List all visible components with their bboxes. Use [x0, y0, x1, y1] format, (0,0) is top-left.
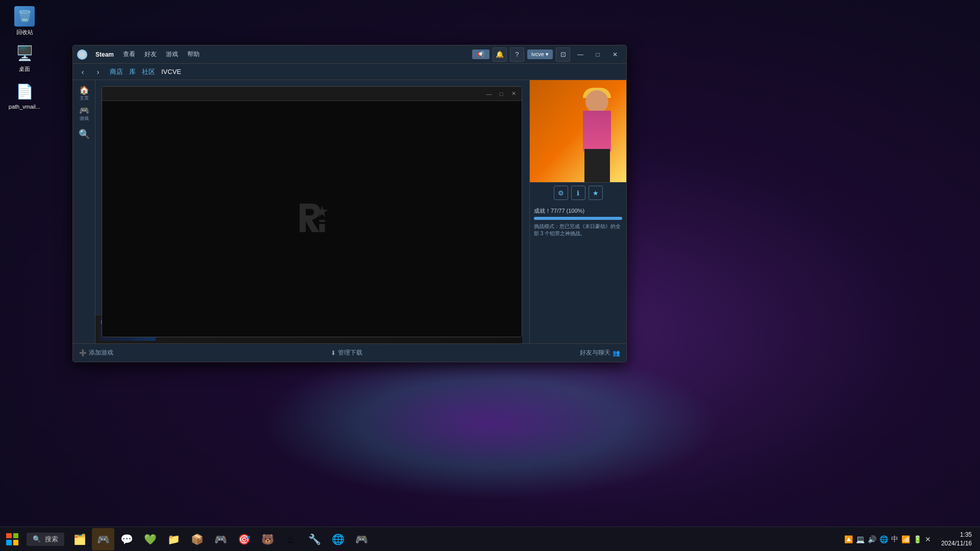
tray-sound[interactable]: 🔊	[868, 535, 876, 543]
taskbar-app-10[interactable]: 🎮	[350, 528, 373, 550]
steam-brand: Steam	[91, 49, 118, 60]
overlay-titlebar: — □ ✕	[102, 87, 522, 101]
char-legs	[584, 149, 610, 182]
friends-chat-button[interactable]: 好友与聊天 👥	[580, 348, 620, 357]
clock-time: 1:35	[941, 531, 972, 539]
steam-content: 🏠 主页 🎮 游戏 🔍	[73, 80, 626, 343]
taskbar-app-9[interactable]: 🌐	[327, 528, 349, 550]
add-game-button[interactable]: ➕ 添加游戏	[79, 348, 113, 357]
tray-chevron[interactable]: 🔼	[844, 535, 853, 543]
start-button[interactable]	[0, 527, 24, 552]
add-game-label: 添加游戏	[89, 348, 113, 357]
steam-view-button[interactable]: ⊡	[556, 47, 570, 62]
achievement-desc: 挑战模式：您已完成《末日豪劫》的全部 3 个犯罪之神挑战。	[534, 223, 622, 237]
sidebar-item-search[interactable]: 🔍	[75, 125, 93, 143]
overlay-maximize[interactable]: □	[496, 89, 506, 99]
tray-mute[interactable]: ✕	[925, 535, 931, 543]
steam-bottom-bar: ➕ 添加游戏 ⬇ 管理下载 好友与聊天 👥	[73, 343, 626, 362]
achievement-title: 成就！77/77 (100%)	[534, 207, 622, 215]
taskbar-app-wechat[interactable]: 💚	[139, 528, 161, 550]
sidebar-item-games[interactable]: 🎮 游戏	[75, 105, 93, 123]
taskbar-app-0[interactable]: 🗂️	[68, 528, 91, 550]
overlay-close[interactable]: ✕	[508, 89, 519, 99]
recycle-bin-icon: 🗑️	[14, 6, 35, 27]
char-torso	[583, 111, 611, 152]
steam-bell-button[interactable]: 🔔	[493, 47, 507, 62]
taskbar-app-7[interactable]: 🐻	[256, 528, 279, 550]
tray-network[interactable]: 💻	[856, 535, 865, 543]
overlay-body	[102, 101, 522, 337]
game-action-icons: ⚙ ℹ ★	[530, 182, 626, 203]
steam-sidebar: 🏠 主页 🎮 游戏 🔍	[73, 80, 95, 343]
taskbar-clock[interactable]: 1:35 2024/11/16	[937, 531, 976, 548]
desktop: 🗑️ 回收站 🖥️ 桌面 📄 path_vmail... Steam 查看 好友…	[0, 0, 980, 551]
char-head	[585, 90, 608, 113]
desktop-icon-img: 🖥️	[14, 43, 35, 63]
tray-wifi[interactable]: 📶	[901, 535, 910, 543]
steam-menu-friends[interactable]: 好友	[140, 48, 161, 61]
sidebar-item-home[interactable]: 🏠 主页	[75, 84, 93, 103]
breadcrumb-library[interactable]: 库	[127, 66, 138, 78]
breadcrumb: 商店 库 社区 IVCVE	[108, 66, 183, 78]
breadcrumb-user: IVCVE	[159, 67, 183, 77]
steam-help-button[interactable]: ?	[510, 47, 524, 62]
taskbar-app-2[interactable]: 💬	[115, 528, 138, 550]
taskbar-app-steam[interactable]: ♨	[280, 528, 302, 550]
taskbar-app-4[interactable]: 📦	[186, 528, 208, 550]
breadcrumb-community[interactable]: 社区	[140, 66, 157, 78]
character-silhouette	[570, 88, 621, 182]
steam-titlebar: Steam 查看 好友 游戏 帮助 📢 🔔 ? ivcve ▾ ⊡ — □ ✕	[73, 45, 626, 64]
forward-arrow[interactable]: ›	[92, 66, 104, 78]
windows-logo-icon	[6, 533, 18, 545]
overlay-minimize[interactable]: —	[484, 89, 494, 99]
sidebar-games-label: 游戏	[79, 115, 89, 122]
desktop-glow	[260, 347, 720, 500]
recycle-bin-label: 回收站	[16, 29, 33, 36]
rockstar-logo-icon	[291, 197, 332, 240]
desktop-icon-file[interactable]: 📄 path_vmail...	[4, 79, 45, 112]
achievement-progress-bar	[534, 217, 622, 220]
info-icon[interactable]: ℹ	[571, 186, 585, 200]
file-label: path_vmail...	[9, 104, 40, 110]
steam-menu: Steam 查看 好友 游戏 帮助	[91, 48, 472, 61]
manage-downloads-button[interactable]: ⬇ 管理下载	[331, 348, 362, 357]
taskbar-app-1[interactable]: 🎮	[92, 528, 114, 550]
steam-notify-button[interactable]: 📢	[472, 49, 489, 59]
settings-icon[interactable]: ⚙	[554, 186, 568, 200]
taskbar-app-6[interactable]: 🎯	[233, 528, 255, 550]
taskbar-search[interactable]: 🔍 搜索	[27, 533, 64, 546]
taskbar-right: 🔼 💻 🔊 🌐 中 📶 🔋 ✕ 1:35 2024/11/16	[840, 531, 980, 548]
steam-user-button[interactable]: ivcve ▾	[527, 49, 553, 59]
steam-logo-icon	[77, 49, 87, 60]
clock-date: 2024/11/16	[941, 539, 972, 548]
steam-titlebar-right: 📢 🔔 ? ivcve ▾ ⊡ — □ ✕	[472, 47, 622, 62]
taskbar-app-3[interactable]: 📁	[162, 528, 185, 550]
steam-menu-view[interactable]: 查看	[119, 48, 139, 61]
steam-maximize-button[interactable]: □	[591, 47, 605, 62]
search-label: 搜索	[45, 535, 58, 544]
steam-right-panel: ⚙ ℹ ★ 成就！77/77 (100%) 挑战模式：您已完成《末日豪劫》的全部…	[529, 80, 626, 343]
add-game-icon: ➕	[79, 349, 87, 357]
breadcrumb-store[interactable]: 商店	[108, 66, 125, 78]
friends-icon: 👥	[612, 349, 620, 357]
achievement-progress-fill	[534, 217, 622, 220]
steam-navbar: ‹ › 商店 库 社区 IVCVE	[73, 64, 626, 80]
taskbar-tray: 🔼 💻 🔊 🌐 中 📶 🔋 ✕	[840, 535, 935, 544]
steam-minimize-button[interactable]: —	[573, 47, 587, 62]
desktop-label: 桌面	[19, 65, 30, 73]
taskbar-app-8[interactable]: 🔧	[303, 528, 326, 550]
steam-menu-games[interactable]: 游戏	[162, 48, 182, 61]
tray-battery[interactable]: 🔋	[913, 535, 922, 543]
favorite-icon[interactable]: ★	[589, 186, 603, 200]
desktop-icon-desktop[interactable]: 🖥️ 桌面	[4, 41, 45, 75]
tray-search-2[interactable]: 🌐	[879, 535, 888, 543]
game-hero-image	[530, 80, 626, 182]
steam-close-button[interactable]: ✕	[608, 47, 622, 62]
friends-label: 好友与聊天	[580, 348, 610, 357]
tray-ime[interactable]: 中	[891, 535, 898, 544]
back-arrow[interactable]: ‹	[77, 66, 88, 78]
desktop-icon-recycle[interactable]: 🗑️ 回收站	[4, 4, 45, 38]
taskbar-app-5[interactable]: 🎮	[209, 528, 232, 550]
steam-window: Steam 查看 好友 游戏 帮助 📢 🔔 ? ivcve ▾ ⊡ — □ ✕ …	[72, 45, 627, 362]
steam-menu-help[interactable]: 帮助	[183, 48, 204, 61]
